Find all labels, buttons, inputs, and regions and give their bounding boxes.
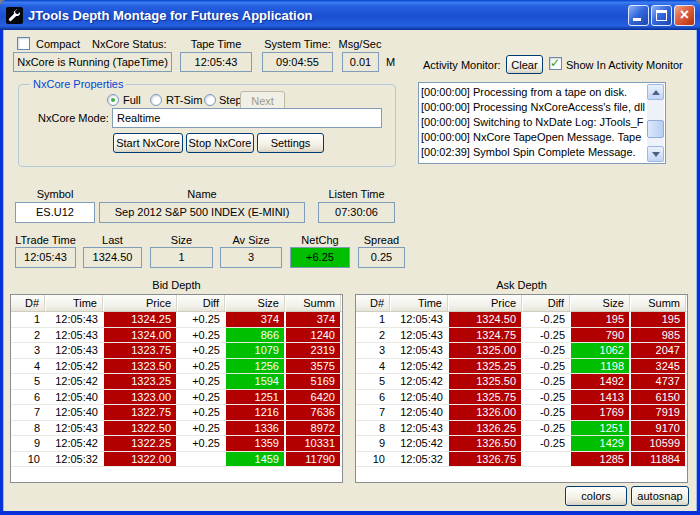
ask-cell-diff: -0.25 xyxy=(522,390,570,405)
show-in-activity-monitor-label: Show In Activity Monitor xyxy=(566,59,683,71)
start-nxcore-button[interactable]: Start NxCore xyxy=(113,133,183,153)
log-line-item[interactable]: [00:00:00] Processing NxCoreAccess's fil… xyxy=(421,100,646,115)
bid-depth-row[interactable]: 612:05:401323.00+0.2512516420 xyxy=(11,390,342,406)
ask-column-header-price[interactable]: Price xyxy=(448,295,522,311)
bid-cell-size: 1359 xyxy=(225,436,285,451)
bid-cell-size: 374 xyxy=(225,312,285,327)
ask-cell-summ: 7919 xyxy=(630,405,686,420)
minimize-icon xyxy=(633,18,641,21)
ask-depth-row[interactable]: 612:05:401325.75-0.2514136150 xyxy=(356,390,687,406)
bid-cell-size: 1459 xyxy=(225,452,285,467)
log-line-item[interactable]: [00:00:00] NxCore TapeOpen Message. Tape xyxy=(421,130,646,145)
ask-cell-time: 12:05:43 xyxy=(390,312,448,327)
bid-depth-title: Bid Depth xyxy=(10,279,343,291)
close-button[interactable]: × xyxy=(674,5,695,26)
bid-cell-time: 12:05:42 xyxy=(45,436,103,451)
bid-column-header-d[interactable]: D# xyxy=(11,295,45,311)
bid-cell-diff: +0.25 xyxy=(177,436,225,451)
clear-button[interactable]: Clear xyxy=(506,55,543,74)
bid-depth-row[interactable]: 112:05:431324.25+0.25374374 xyxy=(11,312,342,328)
ask-cell-d: 6 xyxy=(356,390,390,405)
maximize-button[interactable] xyxy=(651,5,672,26)
ask-column-header-d[interactable]: D# xyxy=(356,295,390,311)
bid-cell-d: 3 xyxy=(11,343,45,358)
bid-depth-row[interactable]: 412:05:421323.50+0.2512563575 xyxy=(11,359,342,375)
ask-depth-row[interactable]: 1012:05:321326.75128511884 xyxy=(356,452,687,468)
activity-log-listbox[interactable]: [00:00:00] Processing from a tape on dis… xyxy=(418,82,666,164)
nxcore-mode-field[interactable]: Realtime xyxy=(112,108,382,128)
ask-depth-header: D#TimePriceDiffSizeSumm xyxy=(356,295,687,312)
ask-column-header-time[interactable]: Time xyxy=(390,295,448,311)
ask-cell-diff: -0.25 xyxy=(522,343,570,358)
bid-depth-row[interactable]: 312:05:431323.75+0.2510792319 xyxy=(11,343,342,359)
settings-button[interactable]: Settings xyxy=(257,133,324,153)
bid-depth-row[interactable]: 1012:05:321322.00145911790 xyxy=(11,452,342,468)
show-in-activity-monitor-checkbox[interactable] xyxy=(549,57,562,70)
scrollbar-thumb[interactable] xyxy=(647,120,664,138)
log-line-item[interactable]: [00:00:00] Processing from a tape on dis… xyxy=(421,85,646,100)
tape-time-field: 12:05:43 xyxy=(180,52,252,72)
stop-nxcore-button[interactable]: Stop NxCore xyxy=(186,133,254,153)
colors-button[interactable]: colors xyxy=(565,486,627,506)
bid-column-header-time[interactable]: Time xyxy=(45,295,103,311)
ask-depth-row[interactable]: 212:05:431324.75-0.25790985 xyxy=(356,328,687,344)
bid-cell-diff: +0.25 xyxy=(177,312,225,327)
bid-depth-row[interactable]: 712:05:401322.75+0.2512167636 xyxy=(11,405,342,421)
radio-step[interactable] xyxy=(204,94,216,106)
ask-column-header-size[interactable]: Size xyxy=(570,295,630,311)
ask-depth-row[interactable]: 912:05:421326.50-0.25142910599 xyxy=(356,436,687,452)
last-field: 1324.50 xyxy=(83,247,142,268)
bid-cell-d: 2 xyxy=(11,328,45,343)
bid-cell-diff xyxy=(177,452,225,467)
tape-time-label: Tape Time xyxy=(180,38,252,50)
ask-cell-d: 2 xyxy=(356,328,390,343)
ask-depth-row[interactable]: 512:05:421325.50-0.2514924737 xyxy=(356,374,687,390)
maximize-icon xyxy=(656,10,667,21)
ask-cell-size: 1198 xyxy=(570,359,630,374)
scroll-up-button[interactable] xyxy=(647,84,664,100)
compact-checkbox[interactable] xyxy=(17,37,30,50)
bid-cell-summ: 7636 xyxy=(285,405,341,420)
ask-depth-row[interactable]: 312:05:431325.00-0.2510622047 xyxy=(356,343,687,359)
bid-cell-diff: +0.25 xyxy=(177,359,225,374)
ask-depth-row[interactable]: 412:05:421325.25-0.2511983245 xyxy=(356,359,687,375)
bid-cell-time: 12:05:40 xyxy=(45,390,103,405)
log-line-item[interactable]: [00:00:00] Switching to NxDate Log: JToo… xyxy=(421,115,646,130)
autosnap-button[interactable]: autosnap xyxy=(631,486,689,506)
bid-cell-size: 1256 xyxy=(225,359,285,374)
ask-cell-diff: -0.25 xyxy=(522,421,570,436)
ask-column-header-diff[interactable]: Diff xyxy=(522,295,570,311)
nxcore-status-label: NxCore Status: xyxy=(92,38,167,50)
size-field: 1 xyxy=(150,247,213,268)
bid-column-header-diff[interactable]: Diff xyxy=(177,295,225,311)
bid-depth-row[interactable]: 912:05:421322.25+0.25135910331 xyxy=(11,436,342,452)
minimize-button[interactable] xyxy=(628,5,649,26)
log-line-item[interactable]: [00:02:39] Symbol Spin Complete Message. xyxy=(421,145,646,160)
ask-depth-row[interactable]: 712:05:401326.00-0.2517697919 xyxy=(356,405,687,421)
bid-depth-row[interactable]: 212:05:431324.00+0.258661240 xyxy=(11,328,342,344)
activity-log-scrollbar[interactable] xyxy=(647,84,664,162)
bid-cell-diff: +0.25 xyxy=(177,421,225,436)
ask-cell-d: 8 xyxy=(356,421,390,436)
ask-depth-row[interactable]: 812:05:431326.25-0.2512519170 xyxy=(356,421,687,437)
ask-cell-diff xyxy=(522,452,570,467)
bid-depth-row[interactable]: 512:05:421323.25+0.2515945169 xyxy=(11,374,342,390)
bid-cell-time: 12:05:42 xyxy=(45,374,103,389)
radio-full[interactable] xyxy=(107,94,119,106)
ask-cell-price: 1325.75 xyxy=(448,390,522,405)
ask-depth-row[interactable]: 112:05:431324.50-0.25195195 xyxy=(356,312,687,328)
ask-column-header-summ[interactable]: Summ xyxy=(630,295,686,311)
scroll-down-button[interactable] xyxy=(647,146,664,162)
bid-column-header-price[interactable]: Price xyxy=(103,295,177,311)
bid-column-header-size[interactable]: Size xyxy=(225,295,285,311)
titlebar[interactable]: JTools Depth Montage for Futures Applica… xyxy=(0,0,700,30)
activity-monitor-label: Activity Monitor: xyxy=(423,59,501,71)
radio-rt-sim[interactable] xyxy=(150,94,162,106)
bid-cell-diff: +0.25 xyxy=(177,405,225,420)
bid-depth-row[interactable]: 812:05:431322.50+0.2513368972 xyxy=(11,421,342,437)
netchg-label: NetChg xyxy=(290,234,350,246)
bid-cell-size: 1251 xyxy=(225,390,285,405)
bid-column-header-summ[interactable]: Summ xyxy=(285,295,341,311)
symbol-input[interactable]: ES.U12 xyxy=(15,202,95,223)
ask-cell-d: 1 xyxy=(356,312,390,327)
